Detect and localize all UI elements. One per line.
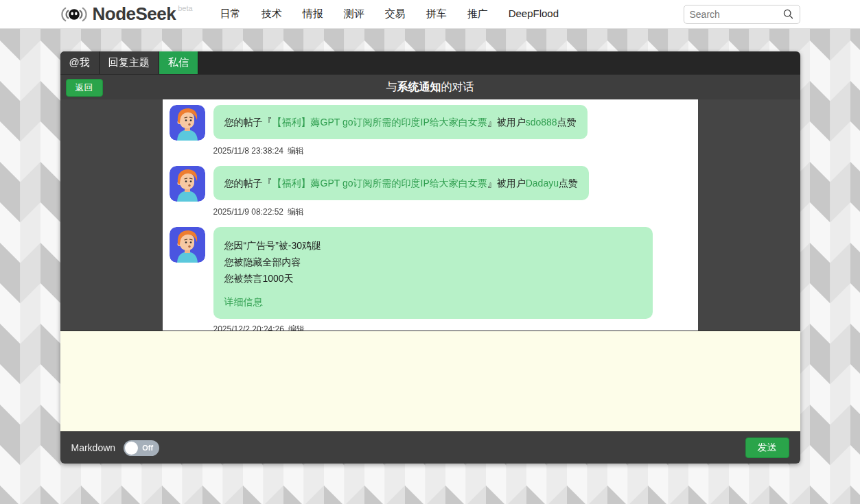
tab-mentions[interactable]: @我 xyxy=(60,51,100,74)
penalty-line: 您因“广告号”被-30鸡腿 xyxy=(224,237,642,254)
penalty-line: 您被隐藏全部内容 xyxy=(224,254,642,270)
edit-link[interactable]: 编辑 xyxy=(288,146,304,156)
message-tabs: @我 回复主题 私信 xyxy=(60,51,800,74)
title-prefix: 与 xyxy=(386,81,397,93)
nav-item-deepflood[interactable]: DeepFlood xyxy=(509,8,559,21)
system-avatar[interactable] xyxy=(170,227,205,263)
tab-private-messages[interactable]: 私信 xyxy=(159,51,198,74)
message-bubble: 您的帖子『【福利】薅GPT go订阅所需的印度IP给大家白女票』被用户Daday… xyxy=(213,166,589,200)
message-timestamp: 2025/11/9 08:22:52编辑 xyxy=(213,206,691,218)
message-text: 点赞 xyxy=(559,178,578,189)
message-bubble: 您的帖子『【福利】薅GPT go订阅所需的印度IP给大家白女票』被用户sdo88… xyxy=(213,105,588,139)
timestamp-text: 2025/11/9 08:22:52 xyxy=(213,207,284,217)
chat-body: 您的帖子『【福利】薅GPT go订阅所需的印度IP给大家白女票』被用户sdo88… xyxy=(60,99,800,331)
markdown-toggle[interactable]: Off xyxy=(124,440,159,456)
nav-item-info[interactable]: 情报 xyxy=(303,8,323,21)
message-timestamp: 2025/12/2 20:24:26编辑 xyxy=(213,324,691,331)
search-input[interactable] xyxy=(690,9,782,20)
detail-info-link[interactable]: 详细信息 xyxy=(224,295,263,309)
toggle-state-label: Off xyxy=(142,444,153,452)
nodeseek-logo[interactable]: NodeSeek beta xyxy=(60,3,193,25)
message-text: 您的帖子『 xyxy=(224,117,272,128)
brand-name: NodeSeek xyxy=(93,3,176,25)
edit-link[interactable]: 编辑 xyxy=(288,324,305,331)
conversation-header: 返回 与系统通知的对话 xyxy=(60,74,800,99)
message-timestamp: 2025/11/8 23:38:24编辑 xyxy=(213,145,691,157)
main-nav: 日常 技术 情报 测评 交易 拼车 推广 DeepFlood xyxy=(220,8,559,21)
search-icon[interactable] xyxy=(782,8,794,20)
user-link[interactable]: Dadayu xyxy=(526,178,559,189)
beta-badge: beta xyxy=(178,4,192,12)
message-row: 您的帖子『【福利】薅GPT go订阅所需的印度IP给大家白女票』被用户sdo88… xyxy=(170,105,691,141)
message-panel: @我 回复主题 私信 返回 与系统通知的对话 xyxy=(60,51,800,464)
post-link[interactable]: 【福利】薅GPT go订阅所需的印度IP给大家白女票 xyxy=(272,117,487,128)
back-button[interactable]: 返回 xyxy=(66,79,103,97)
toggle-knob xyxy=(125,442,138,455)
message-text: 您的帖子『 xyxy=(224,178,272,189)
nav-item-promo[interactable]: 推广 xyxy=(467,8,488,21)
nav-item-daily[interactable]: 日常 xyxy=(220,8,241,21)
edit-link[interactable]: 编辑 xyxy=(288,207,304,217)
search-box[interactable] xyxy=(684,5,800,24)
message-row: 您因“广告号”被-30鸡腿 您被隐藏全部内容 您被禁言1000天 详细信息 xyxy=(170,227,691,319)
title-peer-name: 系统通知 xyxy=(397,81,441,93)
nav-item-trade[interactable]: 交易 xyxy=(385,8,406,21)
message-text: 』被用户 xyxy=(487,117,526,128)
message-bubble: 您因“广告号”被-30鸡腿 您被隐藏全部内容 您被禁言1000天 详细信息 xyxy=(213,227,653,319)
nav-item-tech[interactable]: 技术 xyxy=(262,8,282,21)
conversation-title: 与系统通知的对话 xyxy=(386,80,474,95)
message-row: 您的帖子『【福利】薅GPT go订阅所需的印度IP给大家白女票』被用户Daday… xyxy=(170,166,691,202)
penalty-line: 您被禁言1000天 xyxy=(224,270,642,287)
timestamp-text: 2025/11/8 23:38:24 xyxy=(213,146,284,156)
message-text: 』被用户 xyxy=(487,178,526,189)
user-link[interactable]: sdo888 xyxy=(526,117,557,128)
reply-input[interactable] xyxy=(60,331,800,431)
timestamp-text: 2025/12/2 20:24:26 xyxy=(213,324,284,331)
post-link[interactable]: 【福利】薅GPT go订阅所需的印度IP给大家白女票 xyxy=(272,178,487,189)
message-list[interactable]: 您的帖子『【福利】薅GPT go订阅所需的印度IP给大家白女票』被用户sdo88… xyxy=(163,99,698,331)
nodeseek-logo-icon xyxy=(60,4,88,25)
composer-toolbar: Markdown Off 发送 xyxy=(60,431,800,464)
send-button[interactable]: 发送 xyxy=(745,437,789,458)
title-suffix: 的对话 xyxy=(441,81,474,93)
message-text: 点赞 xyxy=(557,117,577,128)
nav-item-carpool[interactable]: 拼车 xyxy=(426,8,447,21)
top-navbar: NodeSeek beta 日常 技术 情报 测评 交易 拼车 推广 DeepF… xyxy=(0,0,860,29)
tab-replies[interactable]: 回复主题 xyxy=(100,51,159,74)
system-avatar[interactable] xyxy=(170,105,205,141)
nav-item-review[interactable]: 测评 xyxy=(344,8,364,21)
markdown-label: Markdown xyxy=(71,442,116,453)
system-avatar[interactable] xyxy=(170,166,205,202)
